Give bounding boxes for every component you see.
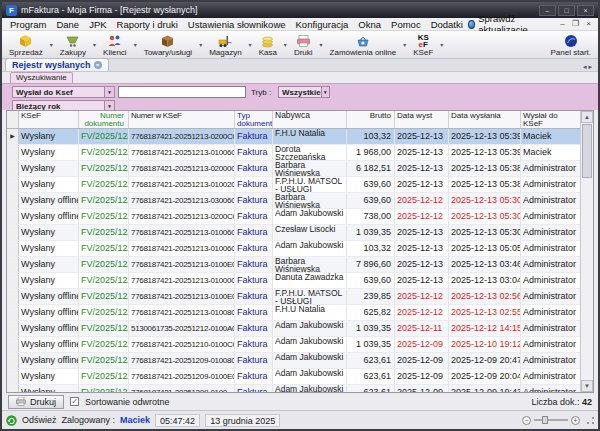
toolbar-button-sprzedaz[interactable]: Sprzedaż	[4, 31, 48, 58]
cell-wyslal-do-ksef: Administrator	[521, 385, 580, 392]
table-row[interactable]: WysłanyFV/2025/12/407768187421-20251213-…	[7, 225, 580, 241]
sort-reverse-checkbox[interactable]: ✓	[70, 397, 79, 406]
cell-data-wyslania: 2025-12-13 05:38	[449, 161, 521, 176]
zoom-out-icon[interactable]: −	[522, 416, 531, 425]
cell-ksef-status: Wysłany offline	[19, 209, 79, 224]
column-header-wys-a-do-ksef[interactable]: Wysłał do KSeF	[521, 111, 580, 128]
vertical-scrollbar[interactable]: ▲ ▼	[580, 111, 593, 392]
column-header-nabywca[interactable]: Nabywca	[273, 111, 347, 128]
print-button[interactable]: Drukuj	[8, 395, 64, 409]
column-header-numer-dokumentu[interactable]: Numer dokumentu	[79, 111, 129, 128]
chevron-down-icon[interactable]: ▾	[318, 41, 325, 48]
toolbar-button-zakupy[interactable]: Zakupy	[55, 31, 91, 58]
column-header-numer-w-ksef[interactable]: Numer w KSeF	[129, 111, 235, 128]
documents-grid: KSeFNumer dokumentuNumer w KSeFTyp dokum…	[6, 110, 594, 393]
chevron-down-icon[interactable]: ▾	[247, 41, 254, 48]
toolbar-button-kasa[interactable]: Kasa	[254, 31, 282, 58]
toolbar-button-panel-start[interactable]: Panel start.	[546, 31, 596, 58]
table-row[interactable]: WysłanyFV/2025/12/417768187421-20251213-…	[7, 161, 580, 177]
column-header-data-wyst[interactable]: Data wyst	[395, 111, 449, 128]
column-header-typ-dokumentu[interactable]: Typ dokumentu	[235, 111, 273, 128]
table-row[interactable]: WysłanyFV/2025/12/447768187421-20251213-…	[7, 145, 580, 161]
mdi-restore-icon[interactable]: ❐	[569, 19, 582, 29]
table-row[interactable]: Wysłany offlineFV/2025/12/317768187421-2…	[7, 337, 580, 353]
grid-header: KSeFNumer dokumentuNumer w KSeFTyp dokum…	[7, 111, 593, 129]
search-input[interactable]	[118, 86, 246, 98]
cell-ksef-status: Wysłany	[19, 257, 79, 272]
column-header-brutto[interactable]: Brutto	[347, 111, 395, 128]
cell-typ-dokumentu: Faktura	[235, 273, 273, 288]
chevron-down-icon[interactable]: ▾	[197, 41, 204, 48]
table-row[interactable]: Wysłany offlineFV/2025/12/307768187421-2…	[7, 353, 580, 369]
table-row[interactable]: Wysłany offlineFV/2025/12/325130061735-2…	[7, 321, 580, 337]
menu-jpk[interactable]: JPK	[84, 19, 111, 30]
resize-grip[interactable]	[587, 417, 594, 424]
toolbar-button-klienci[interactable]: Klienci	[98, 31, 132, 58]
chevron-down-icon[interactable]: ▾	[438, 41, 445, 48]
toolbar-button-zamowienia[interactable]: Zamówienia online	[325, 31, 402, 58]
menu-dane[interactable]: Dane	[51, 19, 84, 30]
menu-dodatki[interactable]: Dodatki	[426, 19, 468, 30]
zoom-slider[interactable]	[534, 419, 568, 421]
menu-pomoc[interactable]: Pomoc	[386, 19, 426, 30]
tab-close-icon[interactable]: ×	[94, 61, 102, 69]
search-group-tab[interactable]: Wyszukiwanie	[10, 72, 73, 83]
mdi-close-icon[interactable]: ×	[582, 19, 595, 29]
chevron-down-icon[interactable]: ▾	[48, 41, 55, 48]
column-header-ksef[interactable]: KSeF	[19, 111, 79, 128]
toolbar-button-ksef[interactable]: KSeF KSeF	[408, 31, 438, 58]
chevron-down-icon[interactable]: ▾	[282, 41, 289, 48]
scrollbar-thumb[interactable]	[582, 124, 592, 178]
cell-ksef-status: Wysłany	[19, 161, 79, 176]
tryb-select[interactable]: Wszystkie ▾	[278, 86, 330, 98]
table-row[interactable]: WysłanyFV/2025/12/397768187421-20251213-…	[7, 241, 580, 257]
zoom-slider-knob[interactable]	[542, 416, 548, 424]
cell-typ-dokumentu: Faktura	[235, 161, 273, 176]
chevron-down-icon[interactable]: ▾	[91, 41, 98, 48]
table-row[interactable]: Wysłany offlineFV/2025/12/367768187421-2…	[7, 289, 580, 305]
toolbar-label: Zakupy	[60, 48, 86, 57]
cell-data-wyslania: 2025-12-13 03:04	[449, 273, 521, 288]
menu-konfiguracja[interactable]: Konfiguracja	[291, 19, 354, 30]
chevron-down-icon[interactable]: ▾	[401, 41, 408, 48]
toolbar-button-towary[interactable]: Towary/usługi	[139, 31, 197, 58]
refresh-label[interactable]: Odśwież	[22, 415, 57, 425]
cell-data-wyslania: 2025-12-13 05:38	[449, 177, 521, 192]
menu-okna[interactable]: Okna	[353, 19, 386, 30]
cell-ksef-status: Wysłany offline	[19, 193, 79, 208]
table-row[interactable]: Wysłany offlineFV/2025/12/337768187421-2…	[7, 193, 580, 209]
table-row[interactable]: WysłanyFV/2025/12/297768187421-20251209-…	[7, 369, 580, 385]
table-row[interactable]: WysłanyFV/2025/12/387768187421-20251213-…	[7, 257, 580, 273]
table-row[interactable]: Wysłany offlineFV/2025/12/347768187421-2…	[7, 209, 580, 225]
cell-data-wyst: 2025-12-12	[395, 305, 449, 320]
cell-ksef-status: Wysłany	[19, 129, 79, 144]
cell-numer-dokumentu: FV/2025/12/42	[79, 177, 129, 192]
column-header-marker[interactable]	[7, 111, 19, 128]
menu-raporty[interactable]: Raporty i druki	[112, 19, 183, 30]
cell-ksef-status: Wysłany offline	[19, 321, 79, 336]
chevron-down-icon[interactable]: ▾	[132, 41, 139, 48]
table-row[interactable]: WysłanyFV/2025/12/427768187421-20251213-…	[7, 177, 580, 193]
table-row[interactable]: Wysłany offlineFV/2025/12/357768187421-2…	[7, 305, 580, 321]
tab-scroll-arrows[interactable]: ◂▸	[583, 63, 598, 71]
scroll-down-icon[interactable]: ▼	[581, 380, 593, 392]
mdi-minimize-icon[interactable]: –	[556, 19, 569, 29]
cell-data-wyslania: 2025-12-13 05:05	[449, 241, 521, 256]
table-row[interactable]: WysłanyFV/2025/12/287768187421-20251209-…	[7, 385, 580, 392]
sort-reverse-label[interactable]: Sortowanie odwrotne	[85, 397, 170, 407]
zoom-in-icon[interactable]: +	[571, 416, 580, 425]
filter-field-select[interactable]: Wysłał do Ksef ▾	[12, 86, 115, 98]
window-title: mFaktura - Moja Firma - [Rejestr wysłany…	[21, 5, 539, 15]
table-row[interactable]: ▶WysłanyFV/2025/12/437768187421-20251213…	[7, 129, 580, 145]
menu-ustawienia[interactable]: Ustawienia słownikowe	[183, 19, 291, 30]
column-header-data-wys-ania[interactable]: Data wysłania	[449, 111, 521, 128]
scroll-up-icon[interactable]: ▲	[581, 111, 593, 123]
toolbar-button-magazyn[interactable]: Magazyn	[204, 31, 246, 58]
menu-program[interactable]: Program	[5, 19, 51, 30]
table-row[interactable]: WysłanyFV/2025/12/377768187421-20251213-…	[7, 273, 580, 289]
search-panel: Wyszukiwanie Wysłał do Ksef ▾ Tryb : Wsz…	[2, 72, 598, 110]
toolbar-button-druki[interactable]: Druki	[289, 31, 318, 58]
cell-numer-w-ksef: 7768187421-20251213-01008078400D-8A	[129, 305, 235, 320]
row-marker	[7, 257, 19, 272]
tab-rejestr-wyslanych[interactable]: Rejestr wysłanych ×	[5, 58, 109, 71]
